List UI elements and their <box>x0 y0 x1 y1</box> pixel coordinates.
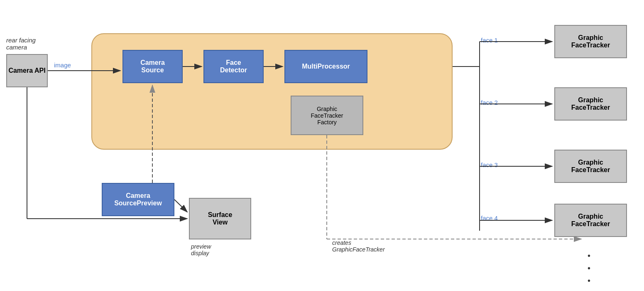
face-detector-node: FaceDetector <box>203 50 264 83</box>
camera-api-node: Camera API <box>6 54 48 87</box>
camera-source-preview-node: CameraSourcePreview <box>102 183 174 216</box>
ellipsis-dots: ••• <box>588 249 590 287</box>
graphic-facetracker-4-label: GraphicFaceTracker <box>571 213 610 228</box>
graphic-facetracker-2-node: GraphicFaceTracker <box>554 87 627 121</box>
rear-facing-camera-label: rear facingcamera <box>6 37 36 51</box>
image-label: image <box>54 62 71 69</box>
graphic-facetracker-factory-label: GraphicFaceTrackerFactory <box>311 106 343 126</box>
graphic-facetracker-3-node: GraphicFaceTracker <box>554 150 627 183</box>
face-detector-label: FaceDetector <box>220 59 247 74</box>
multiprocessor-node: MultiProcessor <box>284 50 367 83</box>
face4-label: face 4 <box>481 215 498 222</box>
graphic-facetracker-3-label: GraphicFaceTracker <box>571 159 610 174</box>
face3-label: face 3 <box>481 161 498 168</box>
face2-label: face 2 <box>481 99 498 106</box>
graphic-facetracker-1-label: GraphicFaceTracker <box>571 34 610 49</box>
camera-api-label: Camera API <box>8 67 45 74</box>
surface-view-label: SurfaceView <box>208 211 233 226</box>
face1-label: face 1 <box>481 37 498 44</box>
preview-display-label: previewdisplay <box>191 243 211 256</box>
camera-source-node: CameraSource <box>122 50 183 83</box>
graphic-facetracker-1-node: GraphicFaceTracker <box>554 25 627 58</box>
creates-label: createsGraphicFaceTracker <box>332 239 385 253</box>
architecture-diagram: Camera API CameraSource FaceDetector Mul… <box>0 0 644 291</box>
svg-line-15 <box>174 200 187 212</box>
graphic-facetracker-factory-node: GraphicFaceTrackerFactory <box>291 96 363 135</box>
graphic-facetracker-2-label: GraphicFaceTracker <box>571 96 610 111</box>
graphic-facetracker-4-node: GraphicFaceTracker <box>554 204 627 237</box>
camera-source-preview-label: CameraSourcePreview <box>114 192 162 207</box>
camera-source-label: CameraSource <box>140 59 165 74</box>
multiprocessor-label: MultiProcessor <box>302 63 350 70</box>
surface-view-node: SurfaceView <box>189 198 251 239</box>
